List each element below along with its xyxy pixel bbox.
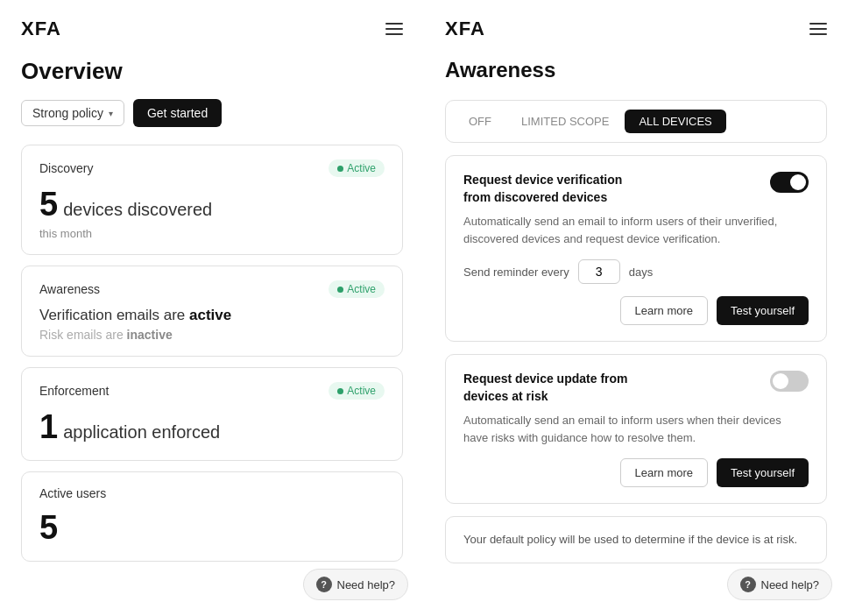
update-feature-header: Request device update from devices at ri…	[463, 371, 809, 405]
awareness-badge: Active	[329, 280, 385, 298]
reminder-input[interactable]	[578, 259, 620, 284]
right-menu-icon[interactable]	[809, 23, 827, 35]
toolbar: Strong policy ▾ Get started	[21, 99, 403, 127]
bottom-policy-card: Your default policy will be used to dete…	[445, 516, 827, 563]
awareness-card-header: Awareness Active	[39, 280, 385, 298]
enforcement-card-title: Enforcement	[39, 384, 109, 398]
update-learn-more-button[interactable]: Learn more	[620, 458, 708, 487]
verification-feature-title: Request device verification from discove…	[463, 172, 639, 206]
verification-toggle[interactable]	[770, 172, 809, 193]
right-help-icon: ?	[740, 577, 756, 592]
verification-learn-more-button[interactable]: Learn more	[620, 296, 708, 325]
left-header: XFA	[21, 18, 403, 40]
chevron-down-icon: ▾	[109, 109, 113, 118]
discovery-subtitle: this month	[39, 227, 385, 240]
bottom-policy-text: Your default policy will be used to dete…	[463, 533, 797, 546]
left-menu-icon[interactable]	[385, 23, 403, 35]
active-users-card-header: Active users	[39, 486, 385, 500]
update-feature-card: Request device update from devices at ri…	[445, 354, 827, 504]
enforcement-count: 1application enforced	[39, 408, 385, 446]
right-header: XFA	[445, 18, 827, 40]
tab-off[interactable]: OFF	[455, 110, 505, 133]
update-feature-title: Request device update from devices at ri…	[463, 371, 639, 405]
discovery-badge: Active	[329, 159, 385, 177]
update-toggle[interactable]	[770, 371, 809, 392]
policy-label: Strong policy	[32, 106, 103, 120]
help-icon: ?	[316, 577, 332, 592]
toggle-thumb	[790, 174, 806, 190]
verification-feature-header: Request device verification from discove…	[463, 172, 809, 206]
left-need-help-button[interactable]: ? Need help?	[303, 569, 409, 600]
discovery-card-header: Discovery Active	[39, 159, 385, 177]
active-users-card-title: Active users	[39, 486, 106, 500]
active-users-count: 5	[39, 509, 385, 547]
awareness-line2: Risk emails are inactive	[39, 328, 385, 342]
verification-test-yourself-button[interactable]: Test yourself	[717, 296, 809, 325]
discovery-count: 5devices discovered	[39, 186, 385, 223]
left-panel: XFA Overview Strong policy ▾ Get started…	[0, 0, 424, 616]
get-started-button[interactable]: Get started	[133, 99, 222, 127]
active-users-card: Active users 5	[21, 471, 403, 562]
scope-tabs: OFF LIMITED SCOPE ALL DEVICES	[445, 100, 827, 143]
enforcement-card-header: Enforcement Active	[39, 382, 385, 400]
left-logo: XFA	[21, 18, 61, 40]
toggle-track-off[interactable]	[770, 371, 809, 392]
update-test-yourself-button[interactable]: Test yourself	[717, 458, 809, 487]
policy-dropdown[interactable]: Strong policy ▾	[21, 100, 124, 126]
tab-limited-scope[interactable]: LIMITED SCOPE	[507, 110, 623, 133]
reminder-unit: days	[629, 266, 653, 279]
enforcement-card: Enforcement Active 1application enforced	[21, 367, 403, 461]
page-title: Overview	[21, 58, 403, 85]
update-card-actions: Learn more Test yourself	[463, 458, 809, 487]
reminder-row: Send reminder every days	[463, 259, 809, 284]
discovery-card-title: Discovery	[39, 161, 93, 175]
awareness-line1: Verification emails are active	[39, 307, 385, 324]
verification-feature-card: Request device verification from discove…	[445, 155, 827, 342]
verification-feature-desc: Automatically send an email to inform us…	[463, 213, 809, 247]
update-feature-desc: Automatically send an email to inform us…	[463, 412, 809, 446]
verification-card-actions: Learn more Test yourself	[463, 296, 809, 325]
tab-all-devices[interactable]: ALL DEVICES	[625, 110, 725, 133]
toggle-track-on[interactable]	[770, 172, 809, 193]
toggle-thumb-off	[773, 373, 788, 389]
right-need-help-button[interactable]: ? Need help?	[727, 569, 833, 600]
awareness-card-title: Awareness	[39, 282, 100, 296]
right-logo: XFA	[445, 18, 485, 40]
right-panel: XFA Awareness OFF LIMITED SCOPE ALL DEVI…	[424, 0, 848, 616]
awareness-page-title: Awareness	[445, 58, 827, 82]
awareness-card: Awareness Active Verification emails are…	[21, 266, 403, 357]
enforcement-badge: Active	[329, 382, 385, 400]
discovery-card: Discovery Active 5devices discovered thi…	[21, 145, 403, 255]
reminder-label: Send reminder every	[463, 266, 569, 279]
